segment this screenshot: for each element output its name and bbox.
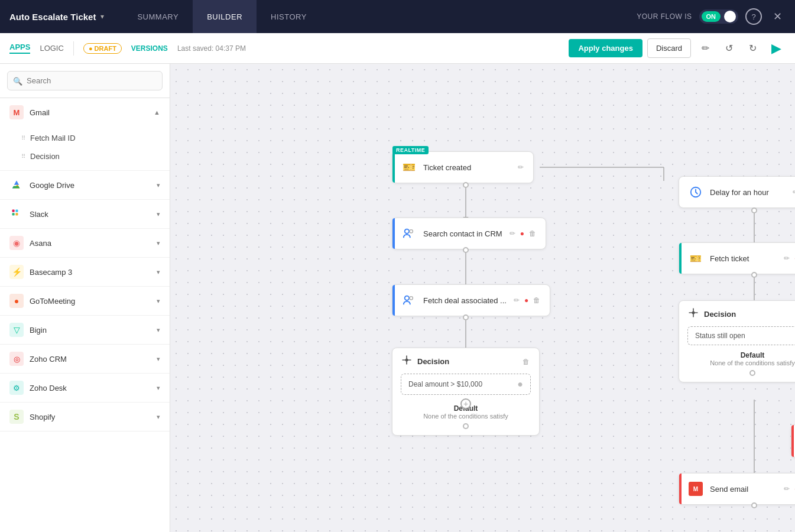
title-chevron-icon[interactable]: ▾ (100, 12, 104, 21)
fetch-deal-label: Fetch deal associated ... (423, 296, 507, 305)
gmail-item-decision-label: Decision (30, 152, 60, 161)
run-icon[interactable]: ▶ (767, 39, 786, 58)
app-gmail-header[interactable]: M Gmail ▲ (0, 98, 170, 126)
apply-changes-button[interactable]: Apply changes (569, 39, 642, 57)
node-bar (392, 218, 395, 249)
trash-node-icon[interactable]: 🗑 (532, 295, 541, 306)
delay-label: Delay for an hour (710, 188, 769, 197)
shopify-logo: S (9, 410, 24, 424)
default-2-sub: None of the conditions satisfy (687, 359, 795, 366)
app-group-gmail: M Gmail ▲ ⠿ Fetch Mail ID ⠿ Decision (0, 98, 170, 171)
delete-node-icon[interactable]: ● (523, 295, 530, 306)
app-zohodesk-header[interactable]: ⚙ Zoho Desk ▾ (0, 374, 170, 402)
connector-dot (751, 502, 757, 508)
app-gdrive-header[interactable]: Google Drive ▾ (0, 171, 170, 199)
gotomeeting-logo-icon: ● (14, 296, 19, 306)
node-actions: ✏ ● 🗑 (783, 253, 795, 264)
close-button[interactable]: ✕ (769, 8, 786, 25)
shopify-logo-letter: S (14, 412, 19, 421)
edit-icon[interactable]: ✏ (696, 39, 715, 58)
gmail-item-fetch-mail[interactable]: ⠿ Fetch Mail ID (0, 129, 170, 147)
gotomeeting-name: GoToMeeting (30, 297, 151, 306)
node-fetch-deal[interactable]: Fetch deal associated ... ✏ ● 🗑 (392, 284, 550, 316)
app-bigin-header[interactable]: ▽ Bigin ▾ (0, 316, 170, 344)
node-decision-2[interactable]: Decision 🗑 Status still open + Default N… (679, 300, 795, 382)
zohodesk-logo-icon: ⚙ (13, 384, 20, 392)
tab-summary[interactable]: SUMMARY (123, 0, 193, 33)
edit-node-icon[interactable]: ✏ (517, 162, 525, 173)
app-group-asana: ◉ Asana ▾ (0, 229, 170, 258)
app-slack-header[interactable]: Slack ▾ (0, 200, 170, 228)
slack-expand-icon: ▾ (157, 210, 160, 218)
svg-rect-2 (12, 213, 15, 215)
node-search-contact[interactable]: Search contact in CRM ✏ ● 🗑 (392, 218, 546, 249)
send-email-icon: M (687, 481, 704, 497)
gmail-name: Gmail (30, 108, 148, 117)
app-group-gotomeeting: ● GoToMeeting ▾ (0, 287, 170, 316)
app-shopify-header[interactable]: S Shopify ▾ (0, 403, 170, 431)
decision-icon (401, 354, 413, 369)
toggle-circle (724, 11, 736, 22)
node-actions: ✏ 🗑 (791, 187, 795, 197)
node-fetch-ticket[interactable]: 🎫 Fetch ticket ✏ ● 🗑 (679, 242, 795, 274)
edit-node-icon[interactable]: ✏ (791, 187, 795, 197)
gmail-item-decision[interactable]: ⠿ Decision (0, 147, 170, 166)
tab-history[interactable]: HISTORY (257, 0, 321, 33)
delete-node-icon[interactable]: ● (519, 228, 525, 239)
app-basecamp-header[interactable]: ⚡ Basecamp 3 ▾ (0, 258, 170, 286)
flow-toggle[interactable]: ON (699, 9, 739, 24)
edit-node-icon[interactable]: ✏ (508, 228, 517, 239)
zohocrm-logo-icon: ◎ (14, 355, 20, 364)
search-input[interactable] (7, 71, 163, 90)
basecamp-logo: ⚡ (9, 265, 24, 279)
node-bar (392, 285, 395, 316)
edit-node-icon[interactable]: ✏ (512, 295, 521, 306)
default-2-label: Default (687, 351, 795, 359)
gdrive-name: Google Drive (30, 181, 151, 190)
trash-node-icon[interactable]: 🗑 (528, 228, 537, 239)
default-2-connector-dot (749, 370, 755, 376)
tab-builder[interactable]: BUILDER (193, 0, 257, 33)
discard-button[interactable]: Discard (647, 38, 691, 58)
node-actions: ✏ ● 🗑 (512, 295, 541, 306)
versions-button[interactable]: VERSIONS (131, 44, 168, 53)
node-ticket-created[interactable]: REALTIME 🎫 Ticket created ✏ (392, 151, 534, 183)
node-send-email[interactable]: M Send email ✏ ● 🗑 (679, 473, 795, 505)
node-delay-hour[interactable]: Delay for an hour ✏ 🗑 (679, 176, 795, 208)
node-decision-1[interactable]: Decision 🗑 Deal amount > $10,000 ● + Def… (392, 348, 540, 436)
fetch-ticket-label: Fetch ticket (710, 254, 749, 263)
edit-node-icon[interactable]: ✏ (783, 253, 791, 264)
app-zohocrm-header[interactable]: ◎ Zoho CRM ▾ (0, 345, 170, 373)
add-condition-button[interactable]: + (460, 398, 471, 409)
nav-right: YOUR FLOW IS ON ? ✕ (637, 8, 786, 25)
tab-logic[interactable]: LOGIC (40, 44, 63, 53)
bigin-expand-icon: ▾ (157, 326, 160, 334)
bigin-name: Bigin (30, 326, 151, 335)
flow-label: YOUR FLOW IS (637, 12, 692, 21)
app-group-slack: Slack ▾ (0, 200, 170, 229)
sidebar: 🔍 M Gmail ▲ ⠿ Fetch Mail ID ⠿ Decis (0, 64, 170, 532)
help-button[interactable]: ? (745, 8, 762, 25)
trash-decision-icon[interactable]: 🗑 (521, 356, 531, 367)
slack-logo (9, 207, 24, 221)
decision-2-condition-box[interactable]: Status still open + (687, 326, 795, 345)
toggle-on-label: ON (702, 11, 721, 22)
tab-apps[interactable]: APPS (9, 43, 30, 54)
drag-handle-icon: ⠿ (21, 135, 25, 141)
slack-name: Slack (30, 210, 151, 219)
undo-icon[interactable]: ↺ (719, 39, 738, 58)
node-bar (679, 473, 682, 504)
fetch-deal-icon (401, 292, 417, 309)
node-send-channel[interactable]: Send public channel m... ✏ ● 🗑 (791, 424, 795, 458)
app-gotomeeting-header[interactable]: ● GoToMeeting ▾ (0, 287, 170, 315)
drag-handle-icon: ⠿ (21, 153, 25, 160)
decision-2-condition-text: Status still open (695, 332, 745, 340)
redo-icon[interactable]: ↻ (743, 39, 762, 58)
realtime-badge: REALTIME (392, 146, 429, 154)
nav-tabs: SUMMARY BUILDER HISTORY (123, 0, 637, 33)
svg-point-15 (405, 229, 409, 233)
search-contact-icon (401, 225, 417, 242)
decision-1-condition-box[interactable]: Deal amount > $10,000 ● (401, 374, 531, 395)
app-asana-header[interactable]: ◉ Asana ▾ (0, 229, 170, 257)
edit-node-icon[interactable]: ✏ (783, 484, 791, 494)
